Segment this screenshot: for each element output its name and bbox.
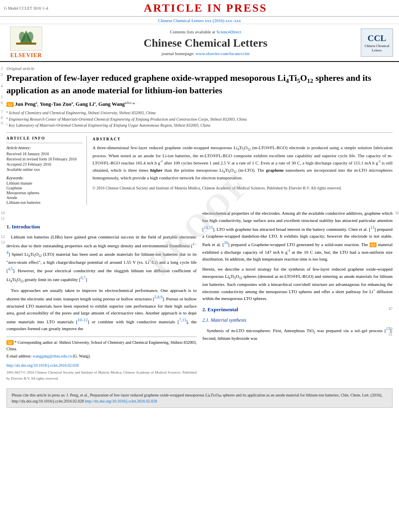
footnote-section: Q2 * Corresponding author at: Shihezi Un… (6, 337, 197, 359)
line-num-7: 7 (1, 110, 3, 114)
ccl-logo-area: CCL Chinese Chemical Letters (359, 27, 395, 59)
journal-title: Chinese Chemical Letters (52, 37, 359, 49)
ref-1-4[interactable]: 1–4 (6, 242, 197, 255)
keyword-4: Anode (6, 195, 82, 200)
abstract-text: A three-dimensional few-layer reduced gr… (93, 144, 393, 181)
authors-line: Q1 Jun Penga, Yong-Tao Zuoa, Gang Lia, G… (6, 101, 393, 107)
keywords-title: Keywords: (6, 176, 82, 180)
article-history-title: Article history: (6, 146, 82, 150)
elsevier-logo-area: ELSEVIER (4, 27, 48, 59)
ref-10-12[interactable]: 10–12 (78, 318, 88, 322)
elsevier-image (10, 27, 42, 51)
email-link[interactable]: wanggang@shzu.edu.cn (33, 354, 72, 358)
email-line: E-mail address: wanggang@shzu.edu.cn (G.… (6, 353, 197, 359)
line-num-30: 30 (395, 210, 399, 216)
journal-subtitle: Chinese Chemical Letters xxx (2016) xxx–… (0, 17, 399, 24)
svg-point-3 (27, 32, 33, 41)
date-accepted: Accepted 23 February 2016 (6, 162, 82, 166)
doi-section: http://dx.doi.org/10.1016/j.cclet.2016.0… (6, 362, 197, 381)
intro-para-4-right: Herein, we describe a novel strategy for… (202, 266, 393, 302)
elsevier-brand: ELSEVIER (10, 52, 42, 59)
affiliation-c: c Key Laboratory of Materials-Oriented C… (6, 122, 393, 128)
footnote-q2-row: Q2 * Corresponding author at: Shihezi Un… (6, 339, 197, 352)
q2-label: Q2 (6, 340, 14, 345)
svg-point-2 (19, 32, 25, 41)
date-online: Available online xxx (6, 167, 82, 172)
journal-center-info: Contents lists available at ScienceDirec… (52, 27, 359, 59)
gmodel-info: G Model CCLET 3616 1–4 (4, 6, 48, 11)
citation-doi-link[interactable]: http://dx.doi.org/10.1016/j.cclet.2016.0… (85, 399, 157, 403)
article-title: Preparation of few-layer reduced graphen… (6, 72, 393, 97)
doi-link[interactable]: http://dx.doi.org/10.1016/j.cclet.2016.0… (6, 363, 79, 368)
keyword-1: Lithium titanate (6, 181, 82, 185)
main-content-area: PROOF 2 Original article 3 4 5 Preparati… (0, 62, 399, 385)
body-section: 10 11 1. Introduction 12 13 Lithium ion … (6, 210, 393, 381)
experimental-para-1: Synthesis of m-LTO microspheres: First, … (202, 326, 393, 342)
article-section-label: Original article (6, 66, 393, 71)
sciencedirect-link[interactable]: ScienceDirect (216, 29, 241, 34)
q3-label: Q3 (370, 242, 377, 247)
journal-homepage: journal homepage: www.elsevier.com/locat… (52, 51, 359, 56)
journal-url[interactable]: www.elsevier.com/locate/cclet (195, 51, 249, 56)
keyword-5: Lithium-ion batteries (6, 200, 82, 205)
abstract-title: ABSTRACT (93, 136, 393, 142)
article-info-title: ARTICLE INFO (6, 136, 82, 140)
affiliations: a School of Chemistry and Chemical Engin… (6, 110, 393, 128)
line-num-47: 47 (389, 306, 393, 312)
journal-header: ELSEVIER Contents lists available at Sci… (0, 24, 399, 62)
ref-6-7[interactable]: 6,7 (80, 275, 86, 280)
abstract-column: ABSTRACT A three-dimensional few-layer r… (93, 136, 393, 205)
intro-para-2: Two approaches are usually taken to impr… (6, 287, 197, 333)
article-in-press-banner: ARTICLE IN PRESS (48, 2, 363, 14)
ref-16[interactable]: 16 (224, 240, 228, 245)
introduction-heading: 1. Introduction (6, 223, 197, 231)
contents-line: Contents lists available at ScienceDirec… (52, 29, 359, 34)
doi-copyright: 1001-8417/© 2016 Chinese Chemical Societ… (6, 370, 197, 381)
material-synthesis-subheading: 2.1. Material synthesis (202, 316, 393, 324)
date-revised: Received in revised form 18 February 201… (6, 157, 82, 161)
ref-13[interactable]: 13 (370, 225, 374, 230)
body-right-column: 30 electrochemical properties of the ele… (202, 210, 393, 381)
line-num-51: 51 (389, 331, 393, 338)
ref-4-5[interactable]: 4,5 (8, 267, 13, 271)
experimental-heading: 2. Experimental (202, 306, 393, 314)
q1-label: Q1 (6, 102, 14, 107)
line-num-3: 3 (1, 72, 3, 77)
line-num-11: 11 (1, 216, 5, 222)
svg-rect-0 (16, 43, 36, 45)
article-info-column: ARTICLE INFO Article history: Received 1… (6, 136, 87, 205)
top-banner: G Model CCLET 3616 1–4 ARTICLE IN PRESS (0, 0, 399, 17)
line-num-4: 4 (1, 84, 3, 88)
abstract-copyright: © 2016 Chinese Chemical Society and Inst… (93, 185, 393, 191)
affiliation-a: a School of Chemistry and Chemical Engin… (6, 110, 393, 116)
line-num-9: 9 (1, 121, 3, 125)
affiliation-b: b Engineering Research Center of Materia… (6, 116, 393, 122)
line-num-8: 8 (1, 115, 3, 120)
keywords-section: Keywords: Lithium titanate Graphene Meso… (6, 176, 82, 205)
intro-para-1: Lithium ion batteries (LIBs) have gained… (6, 234, 197, 284)
line-num-13: 13 (1, 239, 5, 246)
ref-14-15[interactable]: 14,15 (204, 225, 213, 230)
article-info-abstract-section: ARTICLE INFO Article history: Received 1… (6, 132, 393, 205)
line-num-2: 2 (1, 66, 3, 70)
ref-5-8-9[interactable]: 5,8,9 (154, 295, 162, 299)
keyword-3: Mesoporous spheres (6, 191, 82, 195)
ref-7-13[interactable]: 7,13 (179, 318, 186, 322)
ccl-logo-box: CCL Chinese Chemical Letters (361, 29, 393, 57)
elsevier-tree-svg (14, 29, 38, 49)
intro-para-3-right: 30 electrochemical properties of the ele… (202, 210, 393, 263)
body-left-column: 10 11 1. Introduction 12 13 Lithium ion … (6, 210, 197, 381)
corresponding-text: * Corresponding author at: Shihezi Unive… (6, 340, 197, 351)
keyword-2: Graphene (6, 186, 82, 190)
line-num-6: 6 (1, 101, 3, 105)
date-received: Received 18 January 2016 (6, 152, 82, 156)
citation-box: Please cite this article in press as: J.… (6, 388, 393, 408)
line-num-5: 5 (1, 95, 3, 99)
